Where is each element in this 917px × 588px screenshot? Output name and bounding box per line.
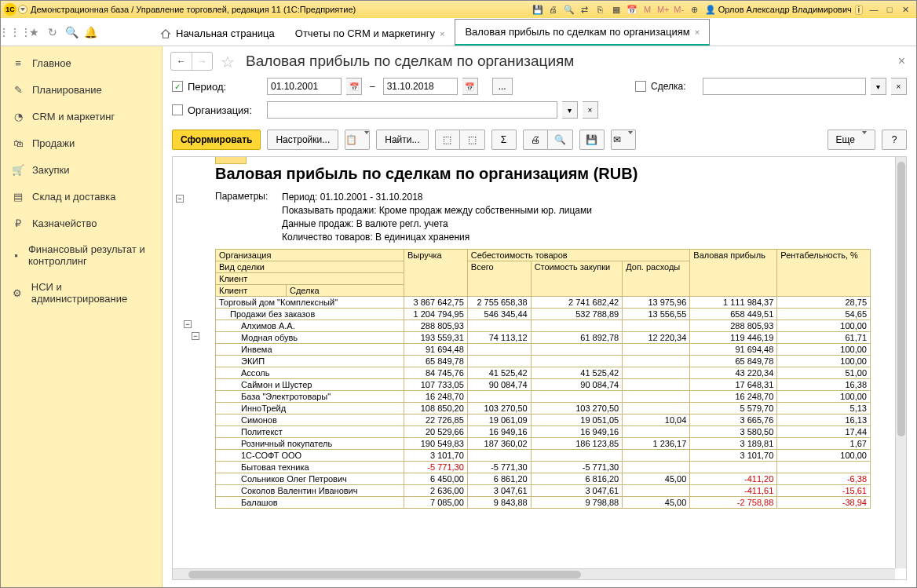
sidebar-item-planning[interactable]: ✎Планирование xyxy=(1,76,162,103)
app-menu-dropdown-icon[interactable] xyxy=(18,5,27,14)
sidebar-item-purchases[interactable]: 🛒Закупки xyxy=(1,156,162,183)
tree-collapse-icon[interactable]: − xyxy=(176,195,184,203)
calc-icon[interactable]: ▦ xyxy=(609,3,623,16)
tree-collapse-icon[interactable]: − xyxy=(184,320,192,328)
minimize-icon[interactable]: — xyxy=(867,3,881,16)
org-input[interactable] xyxy=(267,101,557,119)
export-icon[interactable]: ⎘ xyxy=(594,3,608,16)
save-icon[interactable]: 💾 xyxy=(531,3,545,16)
form-button[interactable]: Сформировать xyxy=(172,130,261,150)
close-page-icon[interactable]: × xyxy=(895,51,908,71)
table-row[interactable]: Ассоль84 745,7641 525,4241 525,4243 220,… xyxy=(216,367,871,379)
org-select-icon[interactable]: ▾ xyxy=(562,101,578,119)
deal-clear-icon[interactable]: × xyxy=(891,78,907,95)
col-client[interactable]: Клиент xyxy=(216,273,404,285)
tab-home[interactable]: Начальная страница xyxy=(150,20,285,46)
period-from-input[interactable] xyxy=(267,78,342,95)
tab-reports-crm[interactable]: Отчеты по CRM и маркетингу × xyxy=(285,20,455,46)
table-row[interactable]: Симонов22 726,8519 061,0919 051,0510,043… xyxy=(216,415,871,426)
report-scroll[interactable]: − − − Валовая прибыль по сделкам по орга… xyxy=(173,157,906,579)
period-checkbox[interactable]: ✓ xyxy=(172,81,183,92)
col-deal[interactable]: Сделка xyxy=(287,285,404,297)
find-button[interactable]: Найти... xyxy=(376,130,428,150)
table-row[interactable]: Алхимов А.А.288 805,93288 805,93100,00 xyxy=(216,320,871,332)
table-row[interactable]: ИнноТрейд108 850,20103 270,50103 270,505… xyxy=(216,403,871,415)
deal-select-icon[interactable]: ▾ xyxy=(871,78,886,95)
table-row[interactable]: Розничный покупатель190 549,83187 360,02… xyxy=(216,438,871,450)
tree-collapse-icon[interactable]: − xyxy=(192,332,199,340)
preview-icon[interactable]: 🔍 xyxy=(562,3,576,16)
help-button[interactable]: ? xyxy=(882,130,907,150)
table-row[interactable]: Саймон и Шустер107 733,0590 084,7490 084… xyxy=(216,379,871,391)
org-clear-icon[interactable]: × xyxy=(583,101,598,119)
table-row[interactable]: Продажи без заказов1 204 794,95546 345,4… xyxy=(216,309,871,320)
period-to-calendar-icon[interactable]: 📅 xyxy=(462,78,478,95)
sidebar-item-warehouse[interactable]: ▤Склад и доставка xyxy=(1,183,162,210)
col-cost-total[interactable]: Всего xyxy=(467,261,531,297)
sidebar-item-finresult[interactable]: ▪Финансовый результат и контроллинг xyxy=(1,236,162,274)
table-row[interactable]: Бытовая техника-5 771,30-5 771,30-5 771,… xyxy=(216,462,871,473)
table-row[interactable]: Торговый дом "Комплексный"3 867 642,752 … xyxy=(216,297,871,309)
save-button[interactable]: 💾 xyxy=(579,130,605,150)
print-button[interactable]: 🖨 xyxy=(523,130,548,150)
tab-close-icon[interactable]: × xyxy=(695,27,700,37)
tab-gross-profit[interactable]: Валовая прибыль по сделкам по организаци… xyxy=(455,19,710,46)
favorite-toggle-icon[interactable]: ☆ xyxy=(221,53,238,70)
vertical-scrollbar[interactable] xyxy=(895,157,906,568)
preview-button[interactable]: 🔍 xyxy=(548,130,573,150)
horizontal-scrollbar[interactable] xyxy=(173,568,895,579)
info-badge-icon[interactable]: i xyxy=(855,5,863,15)
col-cost-purchase[interactable]: Стоимость закупки xyxy=(531,261,623,297)
sidebar-item-treasury[interactable]: ₽Казначейство xyxy=(1,210,162,236)
nav-forward-icon[interactable]: → xyxy=(192,53,212,70)
col-profitability[interactable]: Рентабельность, % xyxy=(777,250,871,297)
period-from-calendar-icon[interactable]: 📅 xyxy=(346,78,362,95)
apps-icon[interactable]: ⋮⋮⋮ xyxy=(9,26,21,38)
zoom-icon[interactable]: ⊕ xyxy=(688,3,702,16)
col-cost-extra[interactable]: Доп. расходы xyxy=(623,261,690,297)
user-name[interactable]: Орлов Александр Владимирович xyxy=(718,5,852,14)
period-to-input[interactable] xyxy=(383,78,458,95)
table-row[interactable]: Соколов Валентин Иванович2 636,003 047,6… xyxy=(216,485,871,497)
close-window-icon[interactable]: ✕ xyxy=(898,3,912,16)
col-cost-goods[interactable]: Себестоимость товаров xyxy=(467,250,690,261)
table-row[interactable]: 1С-СОФТ ООО3 101,703 101,70100,00 xyxy=(216,450,871,462)
org-checkbox[interactable] xyxy=(172,104,183,115)
scrollbar-thumb[interactable] xyxy=(897,162,905,436)
sidebar-item-crm[interactable]: ◔CRM и маркетинг xyxy=(1,103,162,130)
maximize-icon[interactable]: □ xyxy=(882,3,897,16)
table-row[interactable]: Сольников Олег Петрович6 450,006 861,206… xyxy=(216,473,871,485)
table-row[interactable]: База "Электротовары"16 248,7016 248,7010… xyxy=(216,391,871,403)
col-deal-type[interactable]: Вид сделки xyxy=(216,261,404,273)
table-row[interactable]: Балашов7 085,009 843,889 798,8845,00-2 7… xyxy=(216,497,871,509)
deal-input[interactable] xyxy=(703,78,866,95)
col-gross-profit[interactable]: Валовая прибыль xyxy=(690,250,777,297)
more-button[interactable]: Еще xyxy=(827,130,875,150)
m-plus-btn[interactable]: M+ xyxy=(656,3,670,16)
collapse-button[interactable]: ⬚ xyxy=(460,130,485,150)
m-minus-btn[interactable]: M- xyxy=(672,3,686,16)
m-btn[interactable]: M xyxy=(641,3,655,16)
deal-checkbox[interactable] xyxy=(635,81,646,92)
sidebar-item-nsi[interactable]: ⚙НСИ и администрирование xyxy=(1,274,162,312)
table-row[interactable]: ЭКИП65 849,7865 849,78100,00 xyxy=(216,356,871,367)
table-row[interactable]: Модная обувь193 559,3174 113,1261 892,78… xyxy=(216,332,871,344)
sum-button[interactable]: Σ xyxy=(491,130,517,150)
settings-button[interactable]: Настройки... xyxy=(267,130,338,150)
mail-button[interactable]: ✉ xyxy=(611,130,636,150)
nav-back-icon[interactable]: ← xyxy=(171,53,192,70)
calendar-icon[interactable]: 📅 xyxy=(625,3,639,16)
print-icon[interactable]: 🖨 xyxy=(546,3,561,16)
history-icon[interactable]: ↻ xyxy=(46,26,59,38)
tab-close-icon[interactable]: × xyxy=(440,29,444,38)
favorite-star-icon[interactable]: ★ xyxy=(27,26,40,38)
compare-icon[interactable]: ⇄ xyxy=(578,3,592,16)
col-client2[interactable]: Клиент xyxy=(216,285,287,297)
expand-button[interactable]: ⬚ xyxy=(435,130,460,150)
col-revenue[interactable]: Выручка xyxy=(404,250,468,297)
sheet-tab[interactable] xyxy=(215,156,247,164)
sidebar-item-main[interactable]: ≡Главное xyxy=(1,49,162,76)
col-org[interactable]: Организация xyxy=(216,250,404,261)
search-icon[interactable]: 🔍 xyxy=(65,26,78,38)
sidebar-item-sales[interactable]: 🛍Продажи xyxy=(1,130,162,156)
